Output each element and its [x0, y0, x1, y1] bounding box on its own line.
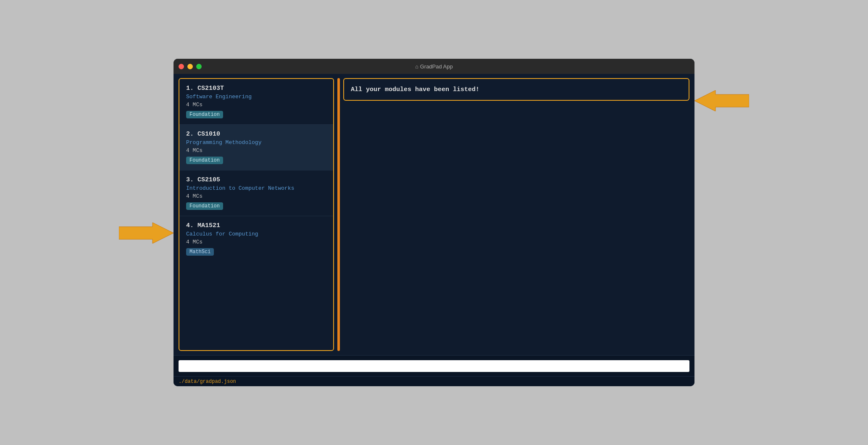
list-item[interactable]: 1. CS2103TSoftware Engineering4 MCsFound…	[179, 79, 333, 125]
status-text: ./data/gradpad.json	[179, 379, 236, 385]
module-code: 2. CS1010	[186, 131, 326, 138]
module-mcs: 4 MCs	[186, 147, 326, 154]
svg-marker-0	[119, 222, 174, 243]
list-item[interactable]: 2. CS1010Programming Methodology4 MCsFou…	[179, 125, 333, 170]
right-panel: All your modules have been listed!	[343, 78, 689, 351]
list-item[interactable]: 4. MA1521Calculus for Computing4 MCsMath…	[179, 216, 333, 262]
minimize-button[interactable]	[187, 64, 193, 69]
maximize-button[interactable]	[196, 64, 202, 69]
module-code: 1. CS2103T	[186, 85, 326, 92]
vertical-divider	[337, 78, 340, 351]
message-box: All your modules have been listed!	[343, 78, 689, 101]
list-item[interactable]: 3. CS2105Introduction to Computer Networ…	[179, 170, 333, 216]
module-list[interactable]: 1. CS2103TSoftware Engineering4 MCsFound…	[179, 78, 334, 351]
traffic-lights	[179, 64, 202, 69]
module-tag: Foundation	[186, 202, 223, 210]
module-mcs: 4 MCs	[186, 193, 326, 199]
module-tag: Foundation	[186, 157, 223, 164]
close-button[interactable]	[179, 64, 184, 69]
module-code: 4. MA1521	[186, 222, 326, 229]
module-mcs: 4 MCs	[186, 239, 326, 245]
module-code: 3. CS2105	[186, 176, 326, 183]
module-name: Calculus for Computing	[186, 231, 326, 237]
app-window: ⌂ GradPad App 1. CS2103TSoftware Enginee…	[174, 59, 694, 386]
module-name: Introduction to Computer Networks	[186, 185, 326, 191]
module-name: Software Engineering	[186, 94, 326, 100]
main-content: 1. CS2103TSoftware Engineering4 MCsFound…	[174, 74, 694, 355]
module-tag: MathSci	[186, 248, 214, 256]
module-tag: Foundation	[186, 111, 223, 118]
message-text: All your modules have been listed!	[351, 86, 479, 93]
titlebar: ⌂ GradPad App	[174, 59, 694, 74]
command-input[interactable]	[179, 360, 689, 372]
bottom-bar	[174, 355, 694, 376]
module-name: Programming Methodology	[186, 139, 326, 146]
status-bar: ./data/gradpad.json	[174, 376, 694, 386]
svg-marker-1	[694, 90, 749, 111]
module-mcs: 4 MCs	[186, 102, 326, 108]
app-title: ⌂ GradPad App	[415, 63, 453, 70]
